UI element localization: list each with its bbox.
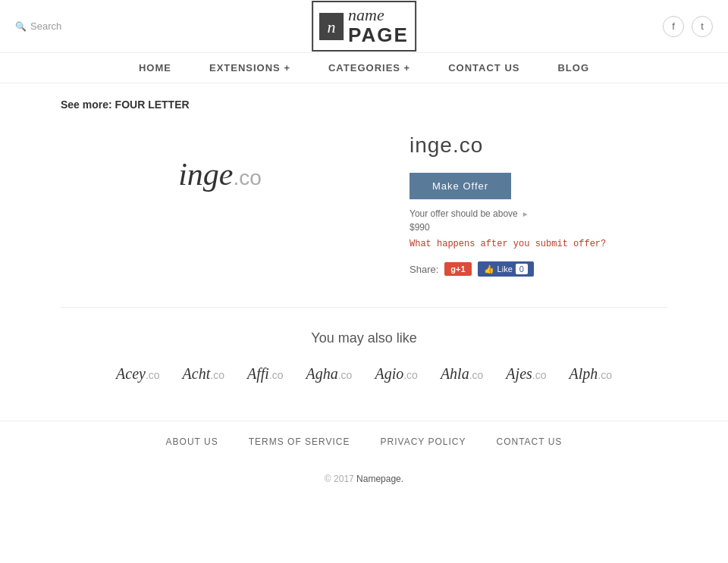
svg-text:n: n	[328, 17, 336, 36]
nav-home[interactable]: HOME	[139, 62, 171, 74]
what-happens-link[interactable]: What happens after you submit offer?	[410, 239, 667, 249]
domain-logo-name: inge	[178, 157, 233, 192]
similar-title: You may also like	[61, 330, 667, 346]
twitter-icon[interactable]: t	[692, 16, 713, 37]
nav-contact[interactable]: CONTACT US	[448, 62, 519, 74]
similar-domain-6[interactable]: Ajes.co	[506, 365, 546, 383]
logo-icon: n	[319, 13, 344, 40]
offer-amount: $990	[410, 222, 667, 233]
arrow-right-icon: ►	[522, 210, 529, 218]
fb-thumb-icon: 👍	[484, 264, 494, 274]
make-offer-button[interactable]: Make Offer	[410, 173, 511, 199]
similar-domain-7[interactable]: Alph.co	[569, 365, 611, 383]
header: 🔍 Search n name PAGE f t	[0, 0, 728, 53]
similar-section: You may also like Acey.co Acht.co Affi.c…	[61, 307, 667, 383]
offer-info: Your offer should be above ►	[410, 208, 667, 219]
fb-like-label: Like	[497, 264, 513, 274]
search-icon: 🔍	[15, 21, 27, 32]
similar-domains: Acey.co Acht.co Affi.co Agha.co Agio.co …	[61, 365, 667, 383]
gplus-button[interactable]: g+1	[444, 262, 471, 276]
breadcrumb-prefix: See more:	[61, 99, 112, 111]
footer-bottom: © 2017 Namepage.	[0, 462, 728, 507]
domain-info: inge.co Make Offer Your offer should be …	[410, 126, 667, 277]
logo-box: n name PAGE	[312, 1, 416, 52]
domain-logo: inge.co	[178, 156, 262, 192]
logo[interactable]: n name PAGE	[312, 1, 416, 52]
logo-text: name PAGE	[348, 6, 409, 46]
footer-privacy[interactable]: PRIVACY POLICY	[381, 436, 466, 447]
footer-copyright: © 2017	[325, 474, 354, 484]
main-nav: HOME EXTENSIONS + CATEGORIES + CONTACT U…	[0, 53, 728, 83]
footer-sitename[interactable]: Namepage.	[356, 474, 403, 484]
nav-blog[interactable]: BLOG	[557, 62, 589, 74]
breadcrumb: See more: FOUR LETTER	[61, 99, 667, 111]
similar-domain-3[interactable]: Agha.co	[306, 365, 353, 383]
footer-contact[interactable]: CONTACT US	[496, 436, 562, 447]
facebook-icon[interactable]: f	[663, 16, 684, 37]
social-icons: f t	[663, 16, 713, 37]
footer-terms[interactable]: TERMS OF SERVICE	[249, 436, 350, 447]
domain-display: inge.co inge.co Make Offer Your offer sh…	[61, 126, 667, 277]
search-label: Search	[30, 20, 61, 32]
search-area[interactable]: 🔍 Search	[15, 20, 61, 32]
domain-title: inge.co	[410, 133, 667, 158]
offer-hint-text: Your offer should be above	[410, 208, 518, 219]
fb-count: 0	[516, 264, 528, 274]
share-label: Share:	[410, 264, 438, 275]
nav-categories[interactable]: CATEGORIES +	[328, 62, 410, 74]
logo-name: name	[348, 6, 409, 24]
breadcrumb-link[interactable]: FOUR LETTER	[115, 99, 190, 111]
similar-domain-2[interactable]: Affi.co	[247, 365, 284, 383]
domain-logo-ext: .co	[233, 166, 261, 189]
nav-extensions[interactable]: EXTENSIONS +	[209, 62, 290, 74]
logo-page: PAGE	[348, 24, 409, 46]
similar-domain-4[interactable]: Agio.co	[375, 365, 417, 383]
main-content: See more: FOUR LETTER inge.co inge.co Ma…	[0, 83, 728, 421]
similar-domain-0[interactable]: Acey.co	[116, 365, 160, 383]
similar-domain-5[interactable]: Ahla.co	[441, 365, 483, 383]
share-row: Share: g+1 👍 Like 0	[410, 261, 667, 277]
footer-links: ABOUT US TERMS OF SERVICE PRIVACY POLICY…	[0, 421, 728, 462]
domain-logo-area: inge.co	[61, 126, 379, 223]
footer-about[interactable]: ABOUT US	[166, 436, 218, 447]
similar-domain-1[interactable]: Acht.co	[183, 365, 224, 383]
facebook-like-button[interactable]: 👍 Like 0	[478, 261, 534, 277]
